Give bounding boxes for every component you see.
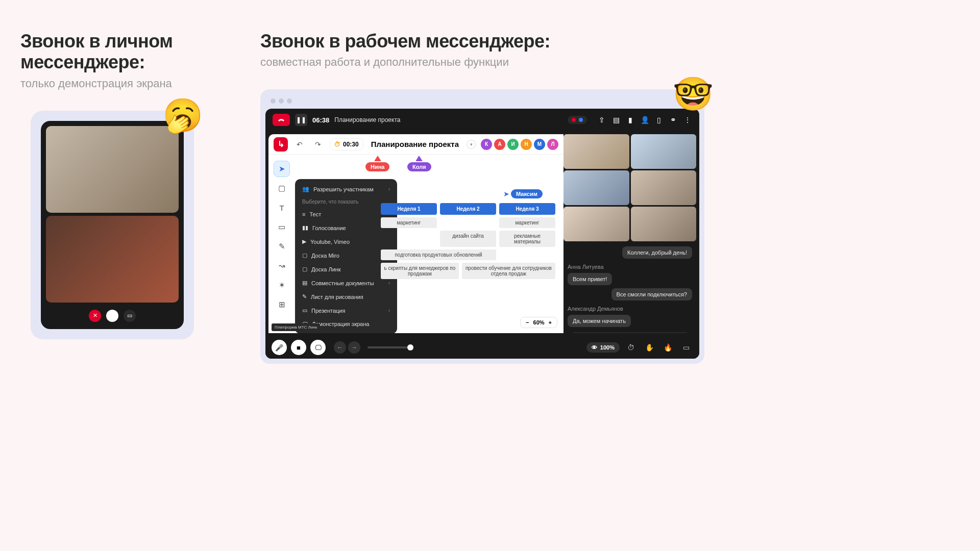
window-traffic-lights	[265, 94, 699, 109]
plan-cell[interactable]: ь скрипты для менеджеров по продажам	[381, 263, 459, 279]
left-subtitle: только демонстрация экрана	[20, 77, 235, 90]
video-cell[interactable]	[564, 134, 629, 169]
layout-icon[interactable]: ▭	[679, 340, 693, 355]
fire-icon[interactable]: 🔥	[660, 340, 675, 355]
ctx-draw[interactable]: ✎Лист для рисования	[295, 290, 397, 304]
pause-button[interactable]: ❚❚	[295, 114, 307, 126]
board-icon: ▢	[302, 266, 307, 272]
chat-message: Всем привет!	[568, 273, 612, 285]
doc-icon: ▤	[302, 280, 307, 286]
phone-video-2	[46, 216, 179, 303]
plan-cell[interactable]: рекламные материалы	[499, 231, 555, 247]
hand-icon[interactable]: ✋	[642, 340, 656, 355]
chat-message: Коллеги, добрый день!	[622, 246, 692, 259]
whiteboard-area[interactable]: ↳ ↶ ↷ ⏱00:30 Планирование проекта ▾ К А …	[268, 134, 564, 333]
view-percent[interactable]: 👁100%	[586, 342, 620, 353]
tool-cursor[interactable]: ➤	[274, 161, 290, 177]
list-icon: ≡	[302, 211, 305, 217]
chat-area: Коллеги, добрый день! Анна Литуева Всем …	[564, 241, 696, 333]
pen-icon: ✎	[302, 293, 307, 300]
board-logo-icon: ↳	[274, 137, 288, 152]
video-icon: ▶	[302, 238, 306, 245]
board-title: Планирование проекта	[369, 140, 461, 148]
app-window: ❚❚ 06:38 Планирование проекта ⇪ ▤ ▮ 👤 ▯ …	[260, 89, 704, 364]
participant-video-grid	[564, 134, 696, 241]
chat-message: Все смогли подключиться?	[611, 288, 692, 300]
board-timer[interactable]: ⏱00:30	[330, 138, 363, 151]
tool-pen[interactable]: ✎	[274, 238, 290, 255]
left-title: Звонок в личном мессенджере:	[20, 31, 235, 73]
avatar: Н	[521, 139, 532, 150]
avatar: М	[534, 139, 545, 150]
video-cell[interactable]	[564, 207, 629, 241]
tool-text[interactable]: T	[274, 199, 290, 216]
week-header: Неделя 3	[499, 203, 555, 215]
plan-cell[interactable]: подготовка продуктовых обновлений	[381, 249, 496, 260]
screen-button[interactable]: ▭	[124, 310, 136, 322]
ctx-allow-participants[interactable]: 👥Разрешить участникам›	[295, 182, 397, 196]
chart-icon: ▮▮	[302, 224, 308, 231]
video-cell[interactable]	[564, 170, 629, 205]
share-icon[interactable]: ⇪	[597, 115, 606, 124]
right-title: Звонок в рабочем мессенджере:	[260, 31, 716, 52]
plan-cell[interactable]: маркетинг	[381, 217, 437, 228]
bottom-bar: 🎤 ■ 🖵 ← → 👁100% ⏱ ✋ 🔥 ▭	[265, 336, 699, 359]
camera-button[interactable]: ■	[106, 310, 118, 322]
avatar-stack[interactable]: К А И Н М Л	[481, 139, 558, 150]
ctx-presentation[interactable]: ▭Презентация›	[295, 304, 397, 317]
users-icon: 👥	[302, 186, 309, 192]
tool-sticky[interactable]: ▢	[274, 180, 290, 196]
avatar: К	[481, 139, 492, 150]
participants-icon[interactable]: 👤	[640, 115, 649, 124]
cursor-nina: Нина	[365, 156, 389, 171]
mute-button[interactable]: ✕	[89, 310, 101, 322]
video-cell[interactable]	[631, 207, 697, 241]
plan-cell[interactable]: провести обучение для сотрудников отдела…	[462, 263, 555, 279]
phone-mockup: ✕ ■ ▭	[31, 111, 194, 339]
board-icon: ▢	[302, 252, 307, 259]
plan-cell[interactable]: маркетинг	[499, 217, 555, 228]
prev-button[interactable]: ←	[334, 341, 346, 354]
chat-sender: Анна Литуева	[568, 264, 692, 270]
week-header: Неделя 1	[381, 203, 437, 215]
avatar: И	[507, 139, 519, 150]
more-icon[interactable]: ⋮	[683, 115, 692, 124]
chat-icon[interactable]: ▮	[626, 115, 635, 124]
plan-cell[interactable]: дизайн сайта	[440, 231, 496, 247]
platform-tag: Платформа МТС Линк	[272, 323, 320, 331]
chat-message: Да, можем начинать	[568, 315, 631, 327]
video-cell[interactable]	[631, 170, 697, 205]
chat-sender: Александр Демьянов	[568, 306, 692, 312]
week-header: Неделя 2	[440, 203, 496, 215]
next-button[interactable]: →	[348, 341, 360, 354]
title-dropdown[interactable]: ▾	[467, 140, 476, 149]
plan-grid[interactable]: Неделя 1 Неделя 2 Неделя 3 маркетинг мар…	[381, 203, 555, 279]
share-button[interactable]: 🖵	[310, 340, 326, 355]
tool-shape[interactable]: ▭	[274, 219, 290, 235]
emoji-yawn: 🥱	[162, 96, 203, 135]
avatar: Л	[547, 139, 558, 150]
tool-frame[interactable]: ✶	[274, 277, 290, 293]
phone-video-1	[46, 126, 179, 213]
call-title: Планирование проекта	[334, 116, 400, 123]
cam-button[interactable]: ■	[291, 340, 306, 355]
hangup-button[interactable]	[273, 114, 290, 126]
avatar: А	[494, 139, 505, 150]
cursor-maksim: ➤Максим	[503, 189, 543, 198]
zoom-control[interactable]: −60%+	[520, 317, 557, 328]
link-icon[interactable]: ⚭	[669, 115, 678, 124]
redo-button[interactable]: ↷	[311, 138, 325, 151]
recording-indicator[interactable]	[568, 116, 587, 124]
chat-input-row: Введите сообщение 📎 ☺ ➤	[571, 332, 689, 333]
clipboard-icon[interactable]: ▤	[611, 115, 621, 124]
document-icon[interactable]: ▯	[654, 115, 664, 124]
right-subtitle: совместная работа и дополнительные функц…	[260, 56, 716, 69]
zoom-slider[interactable]	[368, 346, 413, 348]
video-cell[interactable]	[631, 134, 697, 169]
mic-button[interactable]: 🎤	[272, 340, 287, 355]
presentation-icon: ▭	[302, 307, 307, 314]
undo-button[interactable]: ↶	[293, 138, 306, 151]
stopwatch-icon[interactable]: ⏱	[624, 340, 638, 355]
tool-grid[interactable]: ⊞	[274, 296, 290, 313]
tool-connector[interactable]: ↝	[274, 258, 290, 274]
